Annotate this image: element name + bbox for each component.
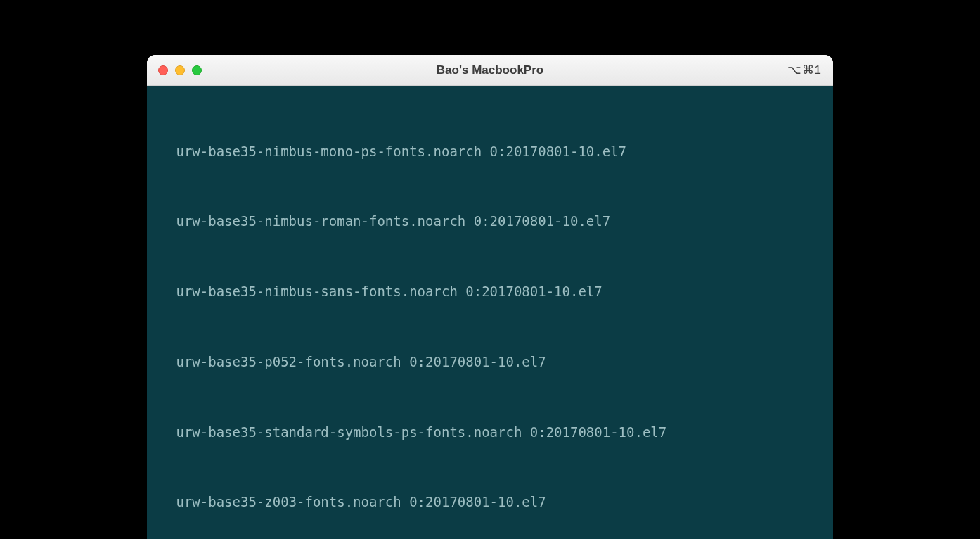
maximize-button[interactable] — [192, 65, 202, 75]
keyboard-shortcut-indicator: ⌥⌘1 — [787, 63, 822, 77]
window-titlebar[interactable]: Bao's MacbookPro ⌥⌘1 — [147, 55, 833, 86]
terminal-output: urw-base35-nimbus-mono-ps-fonts.noarch 0… — [157, 93, 823, 539]
package-line: urw-base35-nimbus-sans-fonts.noarch 0:20… — [157, 280, 823, 303]
package-line: urw-base35-z003-fonts.noarch 0:20170801-… — [157, 490, 823, 514]
package-line: urw-base35-p052-fonts.noarch 0:20170801-… — [157, 350, 823, 374]
package-line: urw-base35-nimbus-roman-fonts.noarch 0:2… — [157, 210, 823, 233]
window-title: Bao's MacbookPro — [437, 63, 543, 77]
traffic-lights — [158, 65, 202, 75]
close-button[interactable] — [158, 65, 168, 75]
package-line: urw-base35-standard-symbols-ps-fonts.noa… — [157, 421, 823, 444]
terminal-body[interactable]: urw-base35-nimbus-mono-ps-fonts.noarch 0… — [147, 86, 833, 539]
terminal-window: Bao's MacbookPro ⌥⌘1 urw-base35-nimbus-m… — [147, 55, 833, 539]
minimize-button[interactable] — [175, 65, 185, 75]
package-line: urw-base35-nimbus-mono-ps-fonts.noarch 0… — [157, 140, 823, 163]
